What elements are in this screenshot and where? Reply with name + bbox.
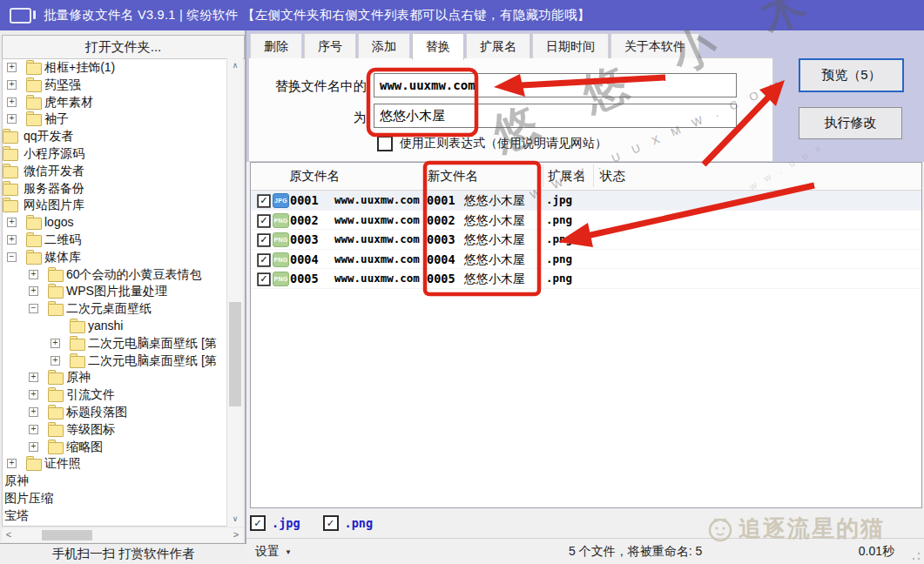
- tree-item[interactable]: yanshi: [3, 318, 242, 335]
- header-status[interactable]: 状态: [600, 168, 625, 185]
- vertical-scroll-thumb[interactable]: [229, 302, 241, 406]
- header-extension[interactable]: 扩展名: [548, 168, 586, 185]
- scroll-right-icon[interactable]: >: [229, 528, 243, 542]
- expand-icon[interactable]: +: [29, 407, 38, 417]
- expand-icon[interactable]: +: [29, 270, 38, 279]
- tree-item[interactable]: +引流文件: [3, 386, 242, 404]
- tree-item-label: 标题段落图: [66, 405, 127, 420]
- tree-item[interactable]: +二次元电脑桌面壁纸 [第: [3, 335, 242, 352]
- expand-icon[interactable]: +: [7, 97, 17, 107]
- scroll-down-icon[interactable]: ∨: [227, 512, 243, 527]
- folder-icon: [26, 218, 42, 230]
- original-name: www.uuxmw.com: [334, 213, 420, 226]
- tree-item[interactable]: +袖子: [3, 111, 242, 128]
- tree-horizontal-scrollbar[interactable]: < >: [2, 528, 243, 542]
- expand-icon[interactable]: +: [7, 235, 17, 245]
- resize-grip[interactable]: [912, 552, 921, 561]
- row-checkbox[interactable]: ✓: [257, 194, 270, 207]
- expand-icon[interactable]: +: [7, 114, 17, 124]
- tree-item[interactable]: 图片压缩: [3, 490, 242, 507]
- original-number: 0002: [290, 213, 319, 227]
- tree-item[interactable]: +二维码: [3, 232, 242, 249]
- tree-item[interactable]: +缩略图: [3, 439, 242, 456]
- tab-删除[interactable]: 删除: [250, 33, 302, 58]
- expand-icon[interactable]: +: [29, 425, 38, 434]
- folder-icon: [3, 166, 18, 178]
- tree-item[interactable]: +相框+挂饰(1): [3, 59, 242, 77]
- tree-item[interactable]: 服务器备份: [3, 180, 242, 198]
- tree-item[interactable]: −媒体库: [3, 249, 242, 266]
- table-row[interactable]: ✓JPG0001www.uuxmw.com0001悠悠小木屋.jpg: [251, 191, 921, 211]
- open-folder-button[interactable]: 打开文件夹...: [2, 35, 245, 59]
- row-checkbox[interactable]: ✓: [257, 214, 270, 227]
- regex-checkbox[interactable]: [377, 136, 393, 151]
- horizontal-scroll-thumb[interactable]: [42, 530, 92, 540]
- tab-添加[interactable]: 添加: [358, 33, 410, 58]
- tree-item[interactable]: +虎年素材: [3, 94, 242, 111]
- expand-icon[interactable]: +: [7, 218, 17, 227]
- tab-日期时间[interactable]: 日期时间: [532, 33, 609, 58]
- folder-icon: [48, 373, 64, 385]
- tree-item[interactable]: +WPS图片批量处理: [3, 283, 242, 300]
- expand-icon[interactable]: +: [51, 339, 60, 348]
- header-new-name[interactable]: 新文件名: [428, 168, 478, 185]
- table-row[interactable]: ✓PNG0004www.uuxmw.com0004悠悠小木屋.png: [251, 250, 921, 270]
- settings-dropdown[interactable]: 设置 ▼: [255, 544, 292, 560]
- collapse-icon[interactable]: −: [29, 304, 38, 313]
- folder-icon: [3, 131, 18, 144]
- header-original-name[interactable]: 原文件名: [289, 168, 340, 185]
- tree-item[interactable]: qq开发者: [3, 128, 242, 145]
- tree-item[interactable]: 网站图片库: [3, 197, 242, 214]
- tree-vertical-scrollbar[interactable]: ∧ ∨: [226, 58, 243, 527]
- regex-label: 使用正则表达式（使用说明请见网站）: [400, 136, 607, 151]
- expand-icon[interactable]: +: [29, 390, 38, 400]
- tree-item-label: 宝塔: [4, 508, 29, 524]
- scroll-left-icon[interactable]: <: [2, 528, 16, 542]
- tab-替换[interactable]: 替换: [412, 33, 464, 60]
- expand-icon[interactable]: +: [29, 442, 38, 452]
- tree-item[interactable]: +二次元电脑桌面壁纸 [第: [3, 352, 242, 370]
- execute-button[interactable]: 执行修改: [799, 107, 902, 139]
- tree-item[interactable]: 原神: [3, 473, 242, 490]
- expand-icon[interactable]: +: [29, 286, 38, 296]
- png-checkbox[interactable]: ✓: [323, 515, 339, 531]
- tree-item-label: 袖子: [44, 111, 69, 127]
- scroll-up-icon[interactable]: ∧: [227, 58, 243, 73]
- row-checkbox[interactable]: ✓: [257, 253, 270, 266]
- preview-button[interactable]: 预览（5）: [799, 58, 904, 92]
- row-checkbox[interactable]: ✓: [257, 273, 270, 286]
- tree-item[interactable]: +等级图标: [3, 421, 242, 439]
- expand-icon[interactable]: +: [7, 63, 17, 72]
- to-input[interactable]: 悠悠小木屋: [374, 104, 737, 128]
- tab-扩展名[interactable]: 扩展名: [466, 33, 530, 58]
- collapse-icon[interactable]: −: [7, 252, 17, 262]
- filter-png[interactable]: ✓ .png: [323, 515, 374, 531]
- tree-item[interactable]: +标题段落图: [3, 404, 242, 421]
- tree-item[interactable]: +证件照: [3, 455, 242, 473]
- folder-icon: [26, 235, 42, 247]
- tree-item[interactable]: −二次元桌面壁纸: [3, 300, 242, 318]
- expand-icon[interactable]: +: [51, 356, 60, 366]
- tree-item[interactable]: +60个会动的小黄豆表情包: [3, 266, 242, 284]
- tree-item[interactable]: +logos: [3, 214, 242, 232]
- tree-item[interactable]: 宝塔: [3, 507, 242, 525]
- tree-item[interactable]: +原神: [3, 369, 242, 386]
- tab-关于本软件[interactable]: 关于本软件: [610, 33, 699, 58]
- expand-icon[interactable]: +: [7, 80, 17, 90]
- donate-button[interactable]: 手机扫一扫 打赏软件作者: [0, 543, 246, 564]
- filter-jpg[interactable]: ✓ .jpg: [250, 515, 300, 531]
- tab-序号[interactable]: 序号: [304, 33, 356, 58]
- table-row[interactable]: ✓PNG0002www.uuxmw.com0002悠悠小木屋.png: [251, 211, 921, 231]
- tree-item[interactable]: 小程序源码: [3, 145, 242, 163]
- replace-input[interactable]: www.uuxmw.com: [374, 73, 737, 97]
- table-row[interactable]: ✓PNG0003www.uuxmw.com0003悠悠小木屋.png: [251, 230, 921, 250]
- row-checkbox[interactable]: ✓: [257, 233, 270, 246]
- tree-item[interactable]: 微信开发者: [3, 163, 242, 180]
- jpg-checkbox[interactable]: ✓: [250, 515, 266, 531]
- app-icon: [10, 8, 31, 24]
- table-row[interactable]: ✓PNG0005www.uuxmw.com0005悠悠小木屋.png: [251, 269, 921, 289]
- tree-item[interactable]: +药坚强: [3, 77, 242, 94]
- expand-icon[interactable]: +: [29, 373, 38, 382]
- expand-icon[interactable]: +: [7, 459, 17, 468]
- extension: .png: [546, 213, 572, 226]
